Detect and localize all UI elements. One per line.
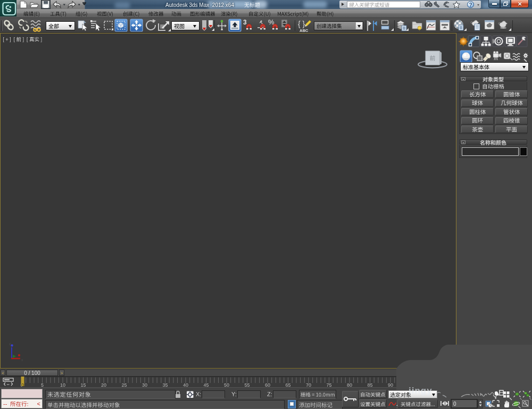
svg-text:50: 50 [224, 382, 229, 388]
svg-text:0: 0 [21, 382, 24, 388]
svg-text:75: 75 [326, 382, 331, 388]
svg-text:25: 25 [121, 382, 127, 388]
svg-text:30: 30 [142, 382, 147, 388]
svg-text:0: 0 [453, 401, 456, 407]
svg-text:85: 85 [367, 382, 372, 388]
svg-text:45: 45 [203, 382, 209, 388]
svg-text:10: 10 [60, 382, 65, 388]
svg-text:35: 35 [162, 382, 168, 388]
svg-text:z: z [9, 342, 11, 346]
svg-text:{ }: { } [298, 20, 305, 28]
svg-text:40: 40 [183, 382, 188, 388]
svg-text:65: 65 [285, 382, 290, 388]
svg-text:60: 60 [265, 382, 270, 388]
svg-text:15: 15 [80, 382, 86, 388]
svg-text:55: 55 [244, 382, 250, 388]
svg-text:20: 20 [101, 382, 106, 388]
svg-text:70: 70 [306, 382, 311, 388]
svg-text:5: 5 [41, 382, 44, 388]
svg-text:ABC: ABC [300, 28, 309, 33]
svg-text:80: 80 [347, 382, 352, 388]
svg-text:x: x [21, 358, 23, 362]
svg-text:3: 3 [243, 19, 247, 26]
